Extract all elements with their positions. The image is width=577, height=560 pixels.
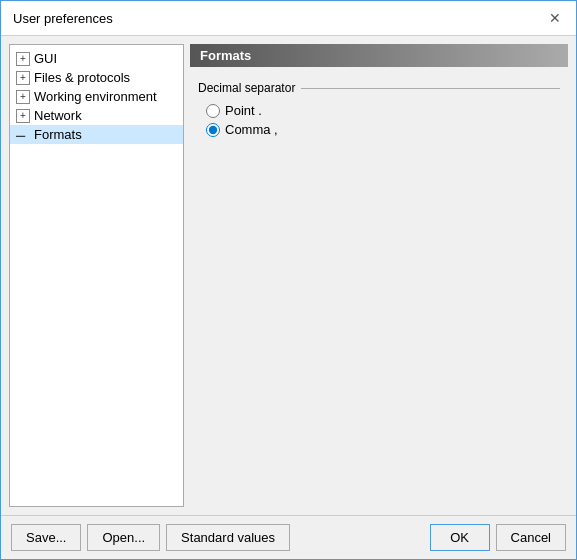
leaf-indent-formats: ─ bbox=[16, 128, 30, 142]
tree-label-network: Network bbox=[34, 108, 82, 123]
radio-point-label: Point . bbox=[225, 103, 262, 118]
title-bar: User preferences ✕ bbox=[1, 1, 576, 36]
tree-item-gui[interactable]: + GUI bbox=[10, 49, 183, 68]
radio-point-input[interactable] bbox=[206, 104, 220, 118]
tree-item-formats[interactable]: ─ Formats bbox=[10, 125, 183, 144]
decimal-separator-radio-group: Point . Comma , bbox=[206, 103, 568, 137]
tree-label-formats: Formats bbox=[34, 127, 82, 142]
tree-item-files-protocols[interactable]: + Files & protocols bbox=[10, 68, 183, 87]
content-header: Formats bbox=[190, 44, 568, 67]
radio-comma-label: Comma , bbox=[225, 122, 278, 137]
decimal-separator-label: Decimal separator bbox=[198, 81, 560, 95]
expander-working-environment[interactable]: + bbox=[16, 90, 30, 104]
footer: Save... Open... Standard values OK Cance… bbox=[1, 515, 576, 559]
tree-label-working-environment: Working environment bbox=[34, 89, 157, 104]
save-button[interactable]: Save... bbox=[11, 524, 81, 551]
open-button[interactable]: Open... bbox=[87, 524, 160, 551]
footer-right-buttons: OK Cancel bbox=[430, 524, 566, 551]
expander-network[interactable]: + bbox=[16, 109, 30, 123]
cancel-button[interactable]: Cancel bbox=[496, 524, 566, 551]
footer-left-buttons: Save... Open... Standard values bbox=[11, 524, 290, 551]
tree-label-gui: GUI bbox=[34, 51, 57, 66]
radio-comma-input[interactable] bbox=[206, 123, 220, 137]
main-area: + GUI + Files & protocols + Working envi… bbox=[1, 36, 576, 515]
radio-point-item[interactable]: Point . bbox=[206, 103, 568, 118]
user-preferences-dialog: User preferences ✕ + GUI + Files & proto… bbox=[0, 0, 577, 560]
content-panel: Formats Decimal separator Point . Comma … bbox=[190, 44, 568, 507]
tree-item-working-environment[interactable]: + Working environment bbox=[10, 87, 183, 106]
tree-panel: + GUI + Files & protocols + Working envi… bbox=[9, 44, 184, 507]
expander-files-protocols[interactable]: + bbox=[16, 71, 30, 85]
dialog-title: User preferences bbox=[13, 11, 113, 26]
standard-values-button[interactable]: Standard values bbox=[166, 524, 290, 551]
tree-item-network[interactable]: + Network bbox=[10, 106, 183, 125]
expander-gui[interactable]: + bbox=[16, 52, 30, 66]
tree-label-files-protocols: Files & protocols bbox=[34, 70, 130, 85]
ok-button[interactable]: OK bbox=[430, 524, 490, 551]
close-button[interactable]: ✕ bbox=[546, 9, 564, 27]
radio-comma-item[interactable]: Comma , bbox=[206, 122, 568, 137]
